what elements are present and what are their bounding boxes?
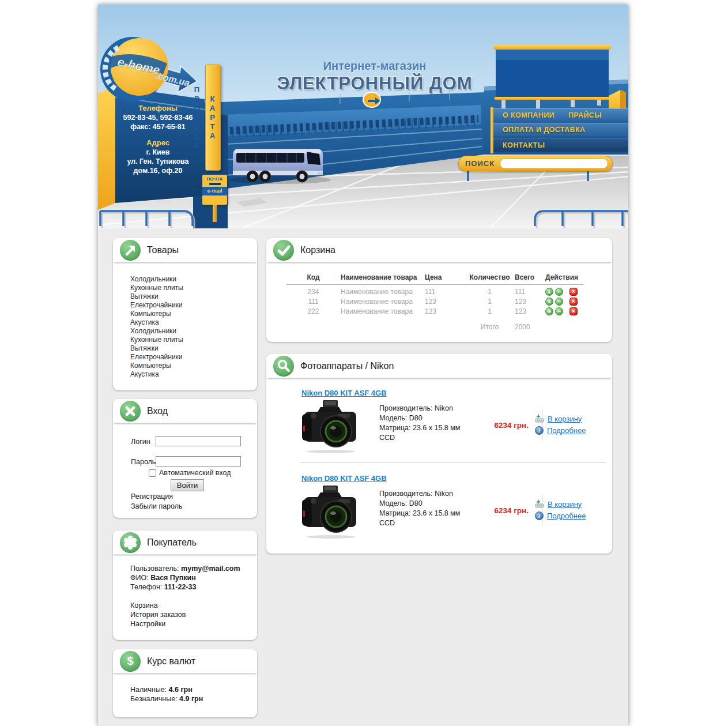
remove-item-button[interactable]: × [569,307,578,315]
nav-contacts[interactable]: КОНТАКТЫ [503,141,545,149]
cart-panel-title: Корзина [300,245,335,255]
info-icon: i [535,426,544,435]
address-house: дом.16, оф.20 [113,166,203,175]
search-bar: ПОИСК [458,156,613,171]
building-logo-badge [363,92,380,107]
currency-panel: $ Курс валют Наличные: 4.6 грн Безналичн… [113,649,257,717]
remove-item-button[interactable]: × [569,298,578,306]
noncash-rate: 4.9 грн [179,695,203,703]
increase-qty-button[interactable]: + [545,298,553,306]
arrow-up-right-icon [120,240,141,261]
login-input[interactable] [156,436,241,446]
product-image [300,399,363,454]
dollar-icon: $ [120,651,141,672]
site-title: Интернет-магазин ЭЛЕКТРОННЫЙ ДОМ [236,59,513,94]
decrease-qty-button[interactable]: − [555,298,563,306]
nav-prices[interactable]: ПРАЙСЫ [568,111,602,119]
category-item[interactable]: Електрочайники [130,301,257,310]
remove-item-button[interactable]: × [569,288,578,296]
flower-icon [120,532,141,553]
cart-link[interactable]: Корзина [130,601,257,610]
currency-panel-title: Курс валют [147,656,195,667]
increase-qty-button[interactable]: + [545,307,553,315]
order-history-link[interactable]: История заказов [130,610,257,619]
category-item[interactable]: Компьютеры [130,362,257,370]
decrease-qty-button[interactable]: − [555,288,563,296]
cart-table-rule [286,284,583,285]
cart-row: 234 Наименование товара 111 1 111 + − × [286,287,612,296]
catalog-panel-title: Фотоаппараты / Nikon [300,361,394,371]
site-wrapper: e-home .com.ua [98,5,628,726]
products-panel-header: Товары [113,238,257,262]
login-panel-header: Вход [113,399,257,423]
forgot-password-link[interactable]: Забыли пароль [131,502,183,510]
category-item[interactable]: Акустика [130,370,257,379]
auto-login-checkbox[interactable] [149,469,156,477]
mailbox-slot [209,183,221,185]
basket-download-icon [535,499,544,509]
customer-phone-row: Телефон: 111-22-33 [130,582,257,592]
nav-row-2: ОПЛАТА И ДОСТАВКА [493,123,628,136]
cart-panel-header: Корзина [266,238,612,262]
nav-payment-delivery[interactable]: ОПЛАТА И ДОСТАВКА [503,126,585,134]
cart-row: 222 Наименование товара 123 1 123 + − × [286,306,612,316]
product-price: 6234 грн. [487,506,529,515]
customer-phone: 111-22-33 [164,583,197,591]
login-panel-title: Вход [147,406,168,416]
product-card: Nikon D80 KIT ASF 4GB [266,378,612,464]
catalog-panel-header: Фотоаппараты / Nikon [266,354,612,378]
customer-panel: Покупатель Пользователь: mymy@mail.com Ф… [113,531,257,640]
decrease-qty-button[interactable]: − [555,307,563,315]
cash-rate: 4.6 грн [169,686,193,694]
login-panel: Вход Логин Пароль Автоматический вход Во… [113,399,257,518]
register-link[interactable]: Регистрация [131,492,173,501]
category-item[interactable]: Електрочайники [130,353,257,362]
customer-panel-title: Покупатель [147,537,197,548]
catalog-panel: Фотоаппараты / Nikon Nikon D80 KIT ASF 4… [266,354,612,554]
login-button[interactable]: Войти [171,479,204,491]
map-route-sign[interactable]: КАРТА ПРОЕЗДА [205,65,221,171]
mailbox-label-email: e-mail [202,187,227,195]
site-title-line1: Интернет-магазин [236,59,513,73]
details-link[interactable]: i Подробнее [535,426,586,435]
category-item[interactable]: Компьютеры [130,310,257,318]
cart-total-value: 2000 [515,323,545,331]
customer-user-row: Пользователь: mymy@mail.com [130,564,257,573]
product-title-link[interactable]: Nikon D80 KIT ASF 4GB [301,474,387,483]
increase-qty-button[interactable]: + [545,288,553,296]
category-item[interactable]: Кухонные плиты [130,284,257,292]
category-item[interactable]: Вытяжки [130,292,257,301]
cart-table-header: Код Наименование товара Цена Количество … [286,272,612,283]
add-to-cart-link[interactable]: В корзину [535,414,586,423]
x-icon [120,401,141,422]
address-street: ул. Ген. Тупикова [113,157,203,166]
category-item[interactable]: Акустика [130,318,257,327]
nav-about[interactable]: О КОМПАНИИ [503,111,555,119]
product-image [300,484,363,539]
category-item[interactable]: Кухонные плиты [130,336,257,344]
info-icon: i [535,511,544,520]
product-title-link[interactable]: Nikon D80 KIT ASF 4GB [301,389,387,397]
add-to-cart-link[interactable]: В корзину [535,499,586,509]
customer-name: Вася Пупкин [150,574,196,582]
category-list: Холодильники Кухонные плиты Вытяжки Елек… [113,262,257,379]
check-icon [273,240,294,261]
login-label: Логин [131,438,150,446]
product-price: 6234 грн. [487,421,529,430]
search-icon [273,356,294,377]
currency-panel-header: $ Курс валют [113,649,257,674]
search-label: ПОИСК [465,159,495,168]
category-item[interactable]: Холодильники [130,275,257,284]
category-item[interactable]: Холодильники [130,327,257,336]
cart-panel: Корзина Код Наименование товара Цена Кол… [266,238,612,342]
auto-login-label: Автоматический вход [159,469,231,477]
password-input[interactable] [156,456,241,467]
details-link[interactable]: i Подробнее [535,511,586,520]
mailbox[interactable]: ПОЧТА e-mail [202,175,227,205]
settings-link[interactable]: Настройки [130,619,257,629]
basket-download-icon [535,414,544,423]
product-specs: Производитель: Nikon Модель: D80 Матрица… [379,489,484,528]
search-input[interactable] [500,158,608,169]
category-item[interactable]: Вытяжки [130,344,257,353]
nav-row-3: КОНТАКТЫ [493,138,628,152]
